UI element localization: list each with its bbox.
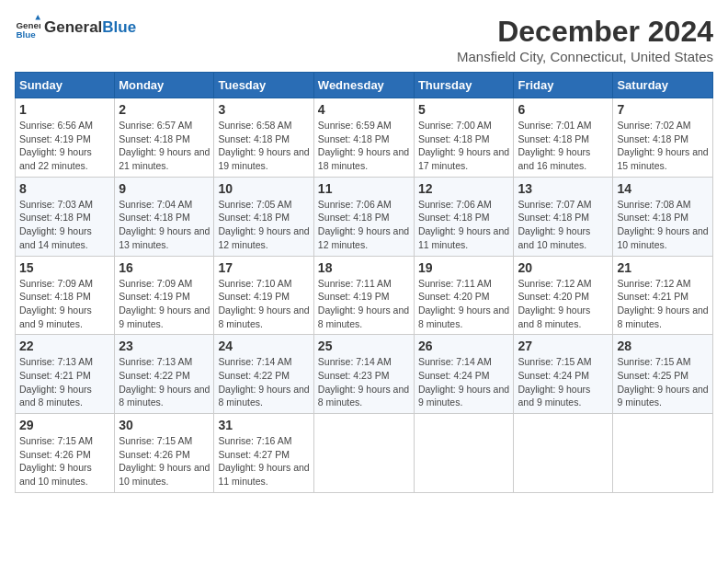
daylight-text: Daylight: 9 hours and 8 minutes. xyxy=(218,384,309,408)
day-info: Sunrise: 7:14 AMSunset: 4:23 PMDaylight:… xyxy=(318,355,410,409)
calendar-cell: 19Sunrise: 7:11 AMSunset: 4:20 PMDayligh… xyxy=(414,256,514,335)
daylight-text: Daylight: 9 hours and 9 minutes. xyxy=(518,384,590,408)
day-number: 27 xyxy=(518,339,609,353)
sunrise-text: Sunrise: 7:15 AM xyxy=(518,356,591,367)
sunrise-text: Sunrise: 6:58 AM xyxy=(218,120,291,131)
sunrise-text: Sunrise: 6:57 AM xyxy=(119,120,192,131)
sunset-text: Sunset: 4:18 PM xyxy=(418,133,490,144)
day-number: 2 xyxy=(119,102,210,117)
sunrise-text: Sunrise: 7:11 AM xyxy=(318,278,392,289)
day-info: Sunrise: 6:56 AMSunset: 4:19 PMDaylight:… xyxy=(19,119,110,173)
calendar-cell: 26Sunrise: 7:14 AMSunset: 4:24 PMDayligh… xyxy=(414,335,514,414)
daylight-text: Daylight: 9 hours and 8 minutes. xyxy=(19,384,92,408)
day-info: Sunrise: 7:04 AMSunset: 4:18 PMDaylight:… xyxy=(119,198,210,252)
calendar-cell: 31Sunrise: 7:16 AMSunset: 4:27 PMDayligh… xyxy=(214,414,313,493)
sunset-text: Sunset: 4:18 PM xyxy=(318,212,390,223)
sunset-text: Sunset: 4:18 PM xyxy=(218,133,290,144)
day-number: 8 xyxy=(19,181,110,196)
day-info: Sunrise: 7:03 AMSunset: 4:18 PMDaylight:… xyxy=(19,198,110,252)
calendar-cell: 22Sunrise: 7:13 AMSunset: 4:21 PMDayligh… xyxy=(16,335,115,414)
header-day-friday: Friday xyxy=(514,73,613,98)
sunrise-text: Sunrise: 7:01 AM xyxy=(518,120,591,131)
sunrise-text: Sunrise: 7:12 AM xyxy=(617,278,690,289)
day-info: Sunrise: 7:05 AMSunset: 4:18 PMDaylight:… xyxy=(218,198,309,252)
header-day-tuesday: Tuesday xyxy=(214,73,313,98)
daylight-text: Daylight: 9 hours and 14 minutes. xyxy=(19,225,92,250)
day-info: Sunrise: 7:10 AMSunset: 4:19 PMDaylight:… xyxy=(218,277,309,331)
calendar-body: 1Sunrise: 6:56 AMSunset: 4:19 PMDaylight… xyxy=(16,98,713,493)
daylight-text: Daylight: 9 hours and 13 minutes. xyxy=(119,225,210,250)
sunset-text: Sunset: 4:19 PM xyxy=(318,291,390,302)
sunrise-text: Sunrise: 7:16 AM xyxy=(218,435,291,446)
daylight-text: Daylight: 9 hours and 11 minutes. xyxy=(218,462,309,487)
calendar-week-5: 29Sunrise: 7:15 AMSunset: 4:26 PMDayligh… xyxy=(16,414,713,493)
sunset-text: Sunset: 4:26 PM xyxy=(19,449,91,460)
calendar-cell: 23Sunrise: 7:13 AMSunset: 4:22 PMDayligh… xyxy=(115,335,214,414)
day-number: 4 xyxy=(318,102,410,117)
header-day-thursday: Thursday xyxy=(414,73,514,98)
sunrise-text: Sunrise: 7:14 AM xyxy=(318,356,392,367)
svg-text:Blue: Blue xyxy=(16,29,36,40)
day-info: Sunrise: 7:06 AMSunset: 4:18 PMDaylight:… xyxy=(418,198,510,252)
header-day-saturday: Saturday xyxy=(613,73,713,98)
sunrise-text: Sunrise: 7:14 AM xyxy=(418,356,492,367)
sunrise-text: Sunrise: 7:09 AM xyxy=(19,278,93,289)
day-info: Sunrise: 7:15 AMSunset: 4:24 PMDaylight:… xyxy=(518,355,609,409)
sunset-text: Sunset: 4:23 PM xyxy=(318,370,390,381)
header: General Blue GeneralBlue December 2024 M… xyxy=(15,15,713,64)
day-info: Sunrise: 7:06 AMSunset: 4:18 PMDaylight:… xyxy=(318,198,410,252)
day-number: 25 xyxy=(318,339,410,353)
sunset-text: Sunset: 4:18 PM xyxy=(19,291,91,302)
calendar-cell: 10Sunrise: 7:05 AMSunset: 4:18 PMDayligh… xyxy=(214,177,313,256)
sunset-text: Sunset: 4:18 PM xyxy=(518,133,589,144)
day-number: 24 xyxy=(218,339,309,353)
day-info: Sunrise: 7:14 AMSunset: 4:22 PMDaylight:… xyxy=(218,355,309,409)
sunrise-text: Sunrise: 7:07 AM xyxy=(518,199,591,210)
day-info: Sunrise: 7:08 AMSunset: 4:18 PMDaylight:… xyxy=(617,198,709,252)
day-number: 20 xyxy=(518,260,609,275)
calendar-cell: 3Sunrise: 6:58 AMSunset: 4:18 PMDaylight… xyxy=(214,98,313,178)
day-info: Sunrise: 6:57 AMSunset: 4:18 PMDaylight:… xyxy=(119,119,210,173)
day-number: 13 xyxy=(518,181,609,196)
day-info: Sunrise: 7:09 AMSunset: 4:19 PMDaylight:… xyxy=(119,277,210,331)
sub-title: Mansfield City, Connecticut, United Stat… xyxy=(457,49,713,64)
daylight-text: Daylight: 9 hours and 8 minutes. xyxy=(218,304,309,329)
calendar-cell: 8Sunrise: 7:03 AMSunset: 4:18 PMDaylight… xyxy=(16,177,115,256)
daylight-text: Daylight: 9 hours and 19 minutes. xyxy=(218,146,309,171)
day-info: Sunrise: 7:11 AMSunset: 4:19 PMDaylight:… xyxy=(318,277,410,331)
sunset-text: Sunset: 4:22 PM xyxy=(218,370,290,381)
sunset-text: Sunset: 4:20 PM xyxy=(418,291,490,302)
sunrise-text: Sunrise: 7:05 AM xyxy=(218,199,291,210)
header-day-sunday: Sunday xyxy=(16,73,115,98)
calendar-cell: 1Sunrise: 6:56 AMSunset: 4:19 PMDaylight… xyxy=(16,98,115,178)
day-info: Sunrise: 6:59 AMSunset: 4:18 PMDaylight:… xyxy=(318,119,410,173)
sunset-text: Sunset: 4:18 PM xyxy=(119,212,190,223)
daylight-text: Daylight: 9 hours and 8 minutes. xyxy=(617,304,708,329)
calendar-cell: 13Sunrise: 7:07 AMSunset: 4:18 PMDayligh… xyxy=(514,177,613,256)
calendar-week-2: 8Sunrise: 7:03 AMSunset: 4:18 PMDaylight… xyxy=(16,177,713,256)
sunrise-text: Sunrise: 7:09 AM xyxy=(119,278,192,289)
day-info: Sunrise: 7:11 AMSunset: 4:20 PMDaylight:… xyxy=(418,277,510,331)
calendar-cell: 24Sunrise: 7:14 AMSunset: 4:22 PMDayligh… xyxy=(214,335,313,414)
day-number: 12 xyxy=(418,181,510,196)
daylight-text: Daylight: 9 hours and 8 minutes. xyxy=(518,304,590,329)
calendar-header-row: SundayMondayTuesdayWednesdayThursdayFrid… xyxy=(16,73,713,98)
daylight-text: Daylight: 9 hours and 10 minutes. xyxy=(617,225,708,250)
calendar-cell: 16Sunrise: 7:09 AMSunset: 4:19 PMDayligh… xyxy=(115,256,214,335)
calendar-cell: 30Sunrise: 7:15 AMSunset: 4:26 PMDayligh… xyxy=(115,414,214,493)
sunset-text: Sunset: 4:27 PM xyxy=(218,449,290,460)
day-info: Sunrise: 7:15 AMSunset: 4:26 PMDaylight:… xyxy=(19,434,110,488)
calendar-cell: 14Sunrise: 7:08 AMSunset: 4:18 PMDayligh… xyxy=(613,177,713,256)
day-number: 11 xyxy=(318,181,410,196)
sunrise-text: Sunrise: 7:11 AM xyxy=(418,278,492,289)
sunset-text: Sunset: 4:24 PM xyxy=(418,370,490,381)
daylight-text: Daylight: 9 hours and 8 minutes. xyxy=(318,384,409,408)
day-info: Sunrise: 6:58 AMSunset: 4:18 PMDaylight:… xyxy=(218,119,309,173)
calendar-cell: 6Sunrise: 7:01 AMSunset: 4:18 PMDaylight… xyxy=(514,98,613,178)
calendar-cell: 21Sunrise: 7:12 AMSunset: 4:21 PMDayligh… xyxy=(613,256,713,335)
sunset-text: Sunset: 4:18 PM xyxy=(518,212,589,223)
daylight-text: Daylight: 9 hours and 11 minutes. xyxy=(418,225,509,250)
calendar-cell: 15Sunrise: 7:09 AMSunset: 4:18 PMDayligh… xyxy=(16,256,115,335)
day-number: 15 xyxy=(19,260,110,275)
calendar-table: SundayMondayTuesdayWednesdayThursdayFrid… xyxy=(15,72,713,493)
